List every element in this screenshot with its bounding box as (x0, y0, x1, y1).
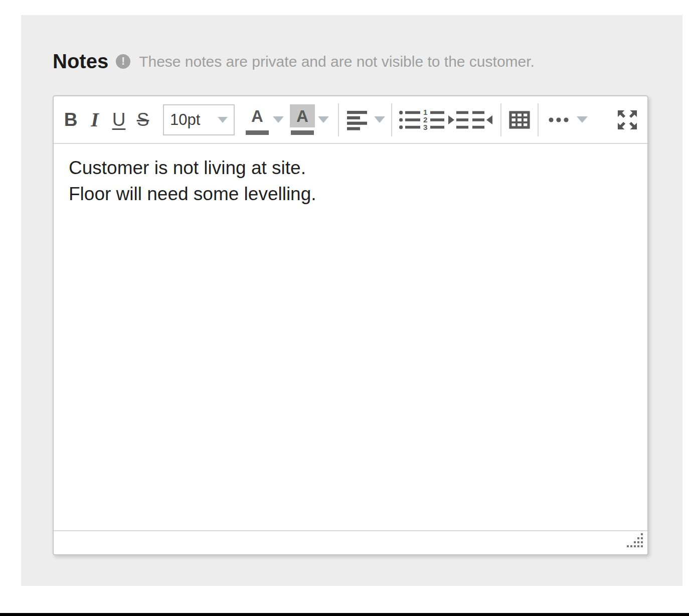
page-title: Notes (53, 50, 108, 73)
unordered-list-button[interactable] (398, 103, 422, 136)
note-line: Customer is not living at site. (69, 155, 632, 181)
toolbar-separator (338, 103, 339, 136)
italic-button[interactable]: I (83, 103, 107, 136)
rich-text-editor: B I U S 10pt A (53, 95, 648, 555)
indent-icon (446, 108, 470, 132)
background-color-button[interactable]: A (290, 104, 329, 135)
bold-button[interactable]: B (59, 103, 83, 136)
chevron-down-icon (218, 117, 228, 123)
chevron-down-icon (273, 116, 284, 123)
svg-text:3: 3 (423, 123, 427, 131)
chevron-down-icon (318, 116, 329, 123)
chevron-down-icon (577, 116, 588, 123)
resize-grip-icon[interactable] (624, 532, 644, 551)
outdent-button[interactable] (470, 103, 494, 136)
table-icon (507, 108, 532, 132)
ordered-list-button[interactable]: 1 2 3 (422, 103, 446, 136)
strikethrough-button[interactable]: S (131, 103, 155, 136)
toolbar-separator (538, 103, 539, 136)
chevron-down-icon (374, 116, 385, 123)
table-button[interactable] (507, 103, 532, 136)
underline-icon: U (112, 110, 126, 129)
editor-toolbar: B I U S 10pt A (54, 96, 647, 144)
toolbar-separator (391, 103, 392, 136)
bold-icon: B (64, 110, 78, 129)
outdent-icon (470, 108, 494, 132)
underline-button[interactable]: U (107, 103, 131, 136)
strikethrough-icon: S (137, 110, 149, 129)
indent-button[interactable] (446, 103, 470, 136)
window-bottom-edge (0, 613, 689, 616)
text-color-swatch (246, 130, 269, 135)
notes-header: Notes ! These notes are private and are … (53, 50, 535, 73)
ellipsis-more-icon (547, 108, 571, 132)
font-size-select[interactable]: 10pt (163, 104, 235, 135)
toolbar-separator (500, 103, 501, 136)
editor-content-area[interactable]: Customer is not living at site. Floor wi… (54, 144, 647, 530)
align-button[interactable] (345, 108, 385, 132)
more-options-button[interactable] (545, 108, 590, 132)
note-line: Floor will need some levelling. (69, 181, 632, 207)
text-color-button[interactable]: A (245, 104, 284, 135)
font-size-value: 10pt (170, 111, 200, 129)
fullscreen-icon (614, 107, 640, 133)
align-left-icon (345, 108, 369, 132)
ordered-list-icon: 1 2 3 (422, 108, 446, 132)
background-color-icon: A (290, 104, 315, 135)
fullscreen-button[interactable] (614, 103, 640, 136)
exclamation-circle-icon: ! (116, 54, 130, 69)
text-color-icon: A (245, 104, 270, 135)
editor-statusbar (54, 530, 647, 554)
notes-panel: Notes ! These notes are private and are … (21, 15, 682, 586)
unordered-list-icon (398, 108, 422, 132)
italic-icon: I (91, 110, 99, 130)
privacy-note-text: These notes are private and are not visi… (139, 53, 535, 70)
background-color-swatch (291, 130, 314, 135)
